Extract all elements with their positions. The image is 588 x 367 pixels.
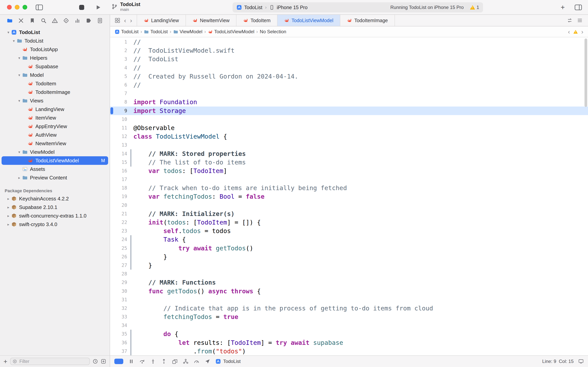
run-destination[interactable]: iPhone 15 Pro (277, 5, 307, 10)
editor-tab-todolistviewmodel[interactable]: TodoListViewModel (277, 15, 340, 26)
line-number[interactable]: 29 (110, 280, 127, 285)
sidebar-item-itemview[interactable]: ItemView (1, 114, 108, 122)
line-number[interactable]: 31 (110, 297, 127, 302)
disclosure-chevron-icon[interactable]: ▾ (16, 99, 22, 103)
line-number[interactable]: 8 (110, 99, 127, 105)
next-issue-button[interactable]: › (581, 29, 583, 35)
sidebar-item-views[interactable]: ▾Views (1, 96, 108, 105)
zoom-window-button[interactable] (23, 5, 27, 9)
disclosure-chevron-icon[interactable]: ▸ (5, 214, 11, 218)
line-number[interactable]: 18 (110, 185, 127, 191)
breakpoints-navigator-button[interactable] (85, 17, 92, 25)
line-number[interactable]: 33 (110, 314, 127, 320)
code-line[interactable]: 9import Storage (110, 107, 588, 115)
code-line[interactable]: 15 // The list of to-do items (110, 158, 588, 167)
line-number[interactable]: 5 (110, 74, 127, 79)
previous-issue-button[interactable]: ‹ (568, 29, 570, 35)
breadcrumb-item-viewmodel[interactable]: ViewModel (173, 29, 202, 34)
editor-arrangement-button[interactable] (567, 18, 572, 23)
go-forward-button[interactable]: › (130, 17, 132, 24)
sidebar-item-viewmodel[interactable]: ▾ViewModel (1, 148, 108, 156)
code-line[interactable]: 26 } (110, 252, 588, 261)
scheme-and-status-pill[interactable]: TodoList › iPhone 15 Pro Running TodoLis… (233, 2, 483, 12)
code-line[interactable]: 4// (110, 64, 588, 72)
reports-navigator-button[interactable] (96, 17, 104, 25)
sidebar-item-appentryview[interactable]: AppEntryView (1, 122, 108, 131)
editor-scrollbar[interactable] (585, 39, 587, 107)
breadcrumb-item-todolistviewmodel[interactable]: TodoListViewModel (208, 29, 254, 34)
line-number[interactable]: 26 (110, 254, 127, 259)
line-number[interactable]: 16 (110, 168, 127, 174)
code-line[interactable]: 14 // MARK: Stored properties (110, 149, 588, 158)
pause-button[interactable] (128, 359, 134, 364)
code-line[interactable]: 18 // Track when to-do items are initial… (110, 184, 588, 192)
recent-files-filter-button[interactable] (92, 359, 98, 364)
toggle-right-inspector-button[interactable] (573, 3, 583, 12)
disclosure-chevron-icon[interactable]: ▸ (16, 175, 22, 180)
editor-tab-newitemview[interactable]: NewItemView (185, 15, 236, 26)
breakpoints-toggle-button[interactable] (114, 359, 123, 364)
step-out-button[interactable] (161, 359, 167, 364)
display-icon[interactable] (578, 359, 584, 364)
tab-overview-button[interactable] (115, 18, 120, 23)
editor-tab-landingview[interactable]: LandingView (137, 15, 185, 26)
code-line[interactable]: 7 (110, 89, 588, 98)
line-number[interactable]: 36 (110, 340, 127, 345)
sidebar-item-assets[interactable]: Assets (1, 165, 108, 173)
sidebar-item-supabase[interactable]: Supabase (1, 62, 108, 71)
code-line[interactable]: 6// (110, 81, 588, 89)
line-number[interactable]: 22 (110, 220, 127, 225)
jump-bar-warning-icon[interactable]: ! (573, 30, 578, 34)
line-number[interactable]: 27 (110, 263, 127, 268)
line-number[interactable]: 7 (110, 91, 127, 96)
code-line[interactable]: 30 func getTodos() async throws { (110, 287, 588, 295)
close-window-button[interactable] (7, 5, 12, 9)
disclosure-chevron-icon[interactable]: ▾ (16, 56, 22, 60)
code-line[interactable]: 28 (110, 270, 588, 278)
debug-navigator-button[interactable] (74, 17, 81, 25)
source-control-navigator-button[interactable] (17, 17, 25, 25)
line-number[interactable]: 30 (110, 288, 127, 294)
view-hierarchy-button[interactable] (172, 359, 178, 364)
code-line[interactable]: 19 var fetchingTodos: Bool = false (110, 192, 588, 201)
line-number[interactable]: 19 (110, 194, 127, 199)
code-line[interactable]: 8import Foundation (110, 98, 588, 106)
code-line[interactable]: 11@Observable (110, 124, 588, 132)
line-number[interactable]: 37 (110, 349, 127, 354)
filter-input[interactable] (19, 359, 87, 365)
line-number[interactable]: 17 (110, 177, 127, 182)
issues-navigator-button[interactable] (51, 17, 59, 25)
sidebar-item-keychainaccess-4-2-2[interactable]: ▸KeychainAccess 4.2.2 (1, 194, 108, 203)
sidebar-item-landingview[interactable]: LandingView (1, 105, 108, 114)
code-line[interactable]: 2// TodoListViewModel.swift (110, 46, 588, 55)
editor-tab-todoitem[interactable]: TodoItem (236, 15, 277, 26)
line-number[interactable]: 1 (110, 39, 127, 45)
source-control-status-filter-button[interactable] (101, 359, 106, 364)
sidebar-item-authview[interactable]: AuthView (1, 131, 108, 139)
sidebar-item-todolistapp[interactable]: TodoListApp (1, 45, 108, 54)
sidebar-item-todoitemimage[interactable]: TodoItemImage (1, 88, 108, 96)
disclosure-chevron-icon[interactable]: ▸ (5, 197, 11, 201)
line-number[interactable]: 28 (110, 271, 127, 277)
code-line[interactable]: 31 (110, 295, 588, 304)
line-number[interactable]: 2 (110, 48, 127, 53)
disclosure-chevron-icon[interactable]: ▾ (16, 150, 22, 154)
bookmarks-navigator-button[interactable] (28, 17, 36, 25)
sidebar-item-helpers[interactable]: ▾Helpers (1, 54, 108, 62)
code-line[interactable]: 17 (110, 175, 588, 184)
breadcrumb-item-todolist[interactable]: TodoList (115, 29, 138, 34)
disclosure-chevron-icon[interactable]: ▾ (16, 73, 22, 77)
running-app-chip[interactable]: TodoList (215, 359, 241, 364)
code-line[interactable]: 20 (110, 201, 588, 209)
code-line[interactable]: 32 // Indicate that app is in the proces… (110, 304, 588, 313)
line-number[interactable]: 25 (110, 245, 127, 251)
code-line[interactable]: 16 var todos: [TodoItem] (110, 167, 588, 175)
filter-field[interactable] (10, 358, 90, 365)
line-number[interactable]: 14 (110, 151, 127, 157)
environment-overrides-button[interactable] (194, 359, 200, 364)
find-navigator-button[interactable] (40, 17, 47, 25)
disclosure-chevron-icon[interactable]: ▸ (5, 205, 11, 209)
warning-summary[interactable]: ! 1 (470, 5, 479, 10)
code-line[interactable]: 33 fetchingTodos = true (110, 313, 588, 321)
stop-button[interactable] (77, 3, 87, 12)
